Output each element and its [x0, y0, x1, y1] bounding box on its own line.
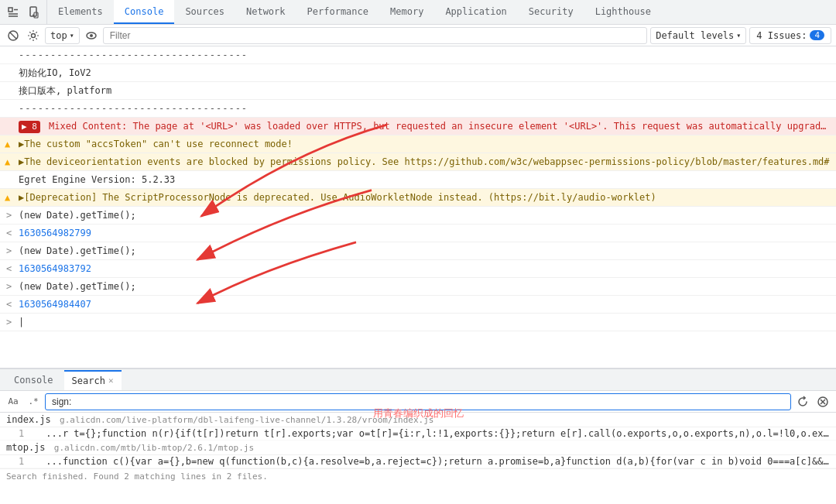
case-sensitive-button[interactable]: Aa [5, 393, 22, 410]
output-arrow-1: < [6, 226, 12, 240]
console-input-2: > (new Date).getTime(); [0, 242, 836, 260]
tab-security[interactable]: Security [518, 0, 584, 24]
console-log-io: 初始化IO, IoV2 [0, 64, 836, 82]
console-output-1: < 1630564982799 [0, 225, 836, 242]
inspect-icon[interactable] [5, 4, 22, 21]
tab-application[interactable]: Application [434, 0, 517, 24]
console-egret-version: Egret Engine Version: 5.2.33 [0, 171, 836, 189]
bottom-tab-console[interactable]: Console [6, 370, 61, 390]
context-selector[interactable]: top ▾ [45, 27, 80, 44]
svg-point-9 [32, 33, 36, 37]
search-summary: Search finished. Found 2 matching lines … [0, 468, 836, 484]
console-cursor-line[interactable]: > | [0, 314, 836, 331]
clear-console-icon[interactable] [5, 27, 22, 44]
search-result-1[interactable]: 1 ...r t={};function n(r){if(t[r])return… [0, 427, 836, 441]
file-path-2: g.alicdn.com/mtb/lib-mtop/2.6.1/mtop.js [54, 443, 254, 453]
svg-rect-0 [9, 8, 12, 12]
error-count-badge: ▶ 8 [19, 121, 40, 133]
input-arrow-1: > [6, 208, 12, 222]
console-deprecation[interactable]: ▲ ▶[Deprecation] The ScriptProcessorNode… [0, 189, 836, 207]
input-arrow-2: > [6, 244, 12, 258]
console-input-3: > (new Date).getTime(); [0, 278, 836, 296]
search-results-area: index.js g.alicdn.com/live-platform/dbl-… [0, 413, 836, 504]
console-output: ------------------------------------ 初始化… [0, 46, 836, 369]
file-name-2: mtop.js [6, 442, 46, 453]
console-error-mixed-content[interactable]: ▶ 8 Mixed Content: The page at '<URL>' w… [0, 118, 836, 135]
regex-button[interactable]: .* [25, 393, 42, 410]
console-separator-2: ------------------------------------ [0, 100, 836, 118]
filter-input[interactable] [103, 27, 647, 44]
tab-lighthouse[interactable]: Lighthouse [584, 0, 662, 24]
issues-counter[interactable]: 4 Issues: 4 [749, 27, 831, 44]
levels-dropdown-icon: ▾ [736, 31, 741, 39]
file-name-1: index.js [6, 414, 51, 425]
issues-count-badge: 4 [810, 30, 824, 40]
svg-line-8 [10, 33, 16, 39]
cursor-arrow: > [6, 315, 12, 329]
bottom-tab-bar: Console Search ✕ [0, 369, 836, 391]
tab-memory[interactable]: Memory [379, 0, 434, 24]
search-file-header-2[interactable]: mtop.js g.alicdn.com/mtb/lib-mtop/2.6.1/… [0, 441, 836, 455]
warning-icon-1: ▲ [5, 137, 10, 151]
input-arrow-3: > [6, 279, 12, 293]
tab-console[interactable]: Console [114, 0, 175, 24]
console-warning-device-orientation[interactable]: ▲ ▶The deviceorientation events are bloc… [0, 153, 836, 171]
refresh-search-button[interactable] [794, 393, 811, 410]
tab-network[interactable]: Network [235, 0, 296, 24]
tab-sources[interactable]: Sources [174, 0, 235, 24]
close-search-tab[interactable]: ✕ [108, 375, 114, 386]
clear-search-button[interactable] [814, 393, 831, 410]
console-output-3: < 1630564984407 [0, 296, 836, 314]
search-file-header-1[interactable]: index.js g.alicdn.com/live-platform/dbl-… [0, 413, 836, 427]
tab-elements[interactable]: Elements [47, 0, 114, 24]
eye-icon[interactable] [83, 27, 100, 44]
output-arrow-2: < [6, 262, 12, 276]
console-separator-1: ------------------------------------ [0, 46, 836, 64]
bottom-panel: Console Search ✕ Aa .* [0, 369, 836, 504]
console-output-2: < 1630564983792 [0, 260, 836, 278]
devtools-tab-bar: Elements Console Sources Network Perform… [0, 0, 836, 25]
bottom-tab-search[interactable]: Search ✕ [64, 370, 122, 390]
device-toolbar-icon[interactable] [25, 4, 42, 21]
file-path-1: g.alicdn.com/live-platform/dbl-laifeng-l… [60, 415, 433, 425]
console-input-1: > (new Date).getTime(); [0, 207, 836, 225]
console-toolbar: top ▾ Default levels ▾ 4 Issues: 4 [0, 25, 836, 46]
tab-performance[interactable]: Performance [296, 0, 379, 24]
show-settings-icon[interactable] [25, 27, 42, 44]
console-warning-accs[interactable]: ▲ ▶The custom "accsToken" can't use reco… [0, 135, 836, 153]
devtools-icons [0, 0, 47, 24]
svg-point-11 [90, 34, 93, 37]
search-result-2[interactable]: 1 ...function c(){var a={},b=new q(funct… [0, 455, 836, 468]
console-log-platform: 接口版本, platform [0, 82, 836, 100]
output-arrow-3: < [6, 297, 12, 311]
search-input[interactable] [45, 393, 791, 410]
log-levels-selector[interactable]: Default levels ▾ [650, 27, 746, 44]
warning-icon-2: ▲ [5, 155, 10, 169]
warning-icon-3: ▲ [5, 190, 10, 204]
context-dropdown-icon: ▾ [70, 31, 74, 39]
search-toolbar: Aa .* [0, 391, 836, 413]
